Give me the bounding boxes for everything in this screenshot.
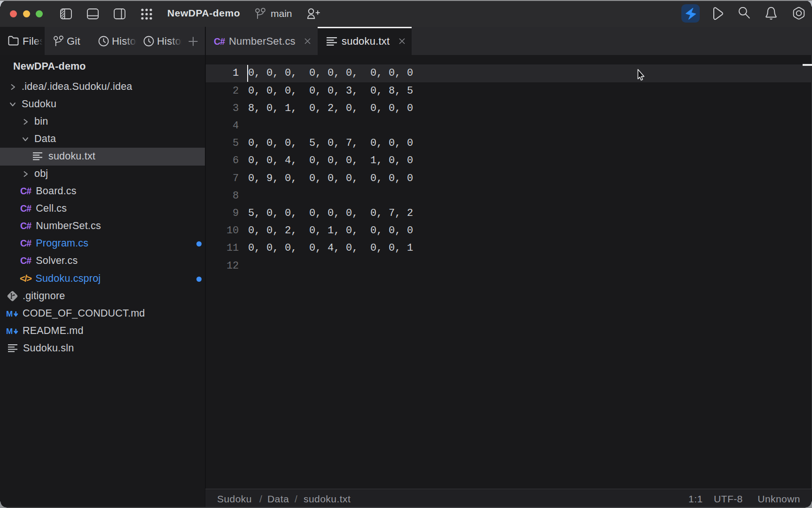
svg-text:M: M — [6, 327, 13, 335]
svg-text:M: M — [6, 310, 13, 318]
